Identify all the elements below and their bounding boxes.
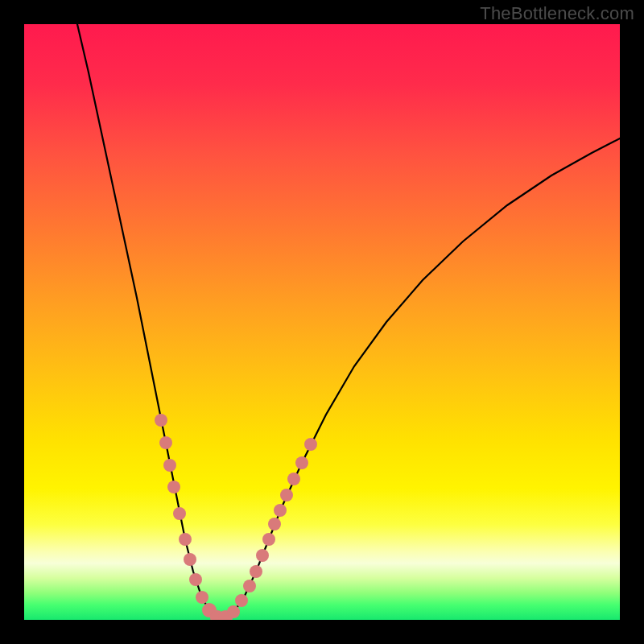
curve-left-branch xyxy=(77,24,221,620)
plot-area xyxy=(24,24,620,620)
data-marker xyxy=(155,414,167,427)
outer-frame: TheBottleneck.com xyxy=(0,0,644,644)
data-marker xyxy=(304,438,317,451)
data-marker xyxy=(167,481,180,493)
data-marker xyxy=(227,605,240,618)
data-marker xyxy=(287,473,300,485)
bottleneck-curve xyxy=(24,24,620,620)
data-marker xyxy=(163,459,176,472)
curve-right-branch xyxy=(221,138,620,620)
data-marker xyxy=(189,573,202,586)
data-marker xyxy=(179,533,192,546)
data-marker xyxy=(295,456,308,469)
data-marker xyxy=(250,565,262,578)
data-marker xyxy=(196,591,208,604)
data-marker xyxy=(243,580,256,592)
data-marker xyxy=(274,504,287,517)
data-marker xyxy=(159,436,172,449)
data-marker xyxy=(268,518,281,530)
data-marker xyxy=(256,549,269,562)
data-marker xyxy=(262,533,275,546)
data-marker xyxy=(173,507,186,520)
watermark-text: TheBottleneck.com xyxy=(480,3,634,24)
data-marker xyxy=(280,489,293,502)
data-marker xyxy=(184,553,196,566)
data-marker xyxy=(235,594,248,607)
